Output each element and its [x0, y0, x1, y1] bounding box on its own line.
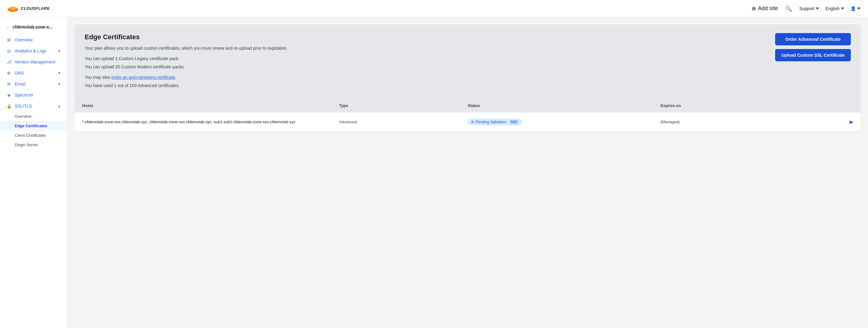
chevron-down-icon: ▼: [58, 82, 61, 86]
col-type: Type: [339, 103, 468, 108]
chevron-up-icon: ▲: [58, 104, 61, 108]
table-header: Hosts Type Status Expires on: [75, 99, 861, 112]
edge-certificates-wrapper: Edge Certificates Your plan allows you t…: [75, 25, 861, 131]
cell-type: Advanced: [339, 120, 468, 124]
sidebar-item-client-certificates[interactable]: Client Certificates: [0, 130, 67, 140]
table-row[interactable]: *.cfdemolab-zone-xxx.cfdemolab.xyz, cfde…: [75, 112, 861, 131]
logo-text: CLOUDFLARE: [21, 6, 50, 11]
certificates-table: Hosts Type Status Expires on *.cfdemolab…: [75, 99, 861, 131]
svg-point-2: [8, 9, 12, 11]
sidebar-back-button[interactable]: ← cfdemolab-zone-x...: [0, 22, 67, 34]
sidebar-item-analytics-logs[interactable]: ◎ Analytics & Logs ▼: [0, 46, 67, 56]
sidebar-item-ssl-tls[interactable]: 🔒 SSL/TLS ▲: [0, 100, 67, 112]
user-menu[interactable]: 👤: [850, 6, 861, 11]
col-status: Status: [468, 103, 660, 108]
svg-point-3: [13, 9, 18, 11]
dns-icon: ⊕: [6, 70, 12, 76]
edge-certificates-card: Edge Certificates Your plan allows you t…: [75, 25, 861, 99]
edge-cert-actions: Order Advanced Certificate Upload Custom…: [775, 33, 851, 61]
col-expires: Expires on: [660, 103, 853, 108]
status-dot-icon: [471, 121, 474, 123]
chevron-down-icon: ▼: [58, 71, 61, 75]
row-chevron-right-icon[interactable]: ▶: [849, 119, 853, 125]
edge-cert-description: Your plan allows you to upload custom ce…: [85, 45, 768, 89]
search-icon[interactable]: 🔍: [784, 4, 793, 13]
main-content: Edge Certificates Your plan allows you t…: [67, 17, 868, 328]
order-advanced-cert-button[interactable]: Order Advanced Certificate: [775, 33, 851, 46]
add-site-button[interactable]: ⊕ Add site: [751, 5, 778, 12]
status-tag: TXT: [509, 120, 519, 124]
sidebar: ← cfdemolab-zone-x... ⊞ Overview ◎ Analy…: [0, 17, 67, 328]
language-dropdown[interactable]: English: [826, 6, 844, 11]
email-icon: ✉: [6, 81, 12, 87]
sidebar-item-edge-certificates[interactable]: Edge Certificates: [0, 121, 67, 130]
sidebar-item-email[interactable]: ✉ Email ▼: [0, 79, 67, 90]
sidebar-item-spectrum[interactable]: ◈ Spectrum: [0, 90, 67, 100]
edge-cert-title: Edge Certificates: [85, 33, 768, 41]
grid-icon: ⊞: [6, 37, 12, 42]
cell-hosts: *.cfdemolab-zone-xxx.cfdemolab.xyz, cfde…: [82, 119, 339, 125]
edge-cert-info: Edge Certificates Your plan allows you t…: [85, 33, 768, 90]
sidebar-item-version-management[interactable]: ⎇ Version Management: [0, 56, 67, 67]
chart-icon: ◎: [6, 48, 12, 54]
support-dropdown[interactable]: Support: [799, 6, 819, 11]
topnav: CLOUDFLARE ⊕ Add site 🔍 Support English …: [0, 0, 868, 17]
cell-expires: (Managed) ▶: [660, 119, 853, 125]
sidebar-item-ssl-overview[interactable]: Overview: [0, 112, 67, 121]
lock-icon: 🔒: [6, 103, 12, 109]
sidebar-item-dns[interactable]: ⊕ DNS ▼: [0, 67, 67, 79]
layout: ← cfdemolab-zone-x... ⊞ Overview ◎ Analy…: [0, 17, 868, 328]
spectrum-icon: ◈: [6, 92, 12, 98]
status-badge: Pending Validation TXT: [468, 119, 522, 125]
upload-custom-ssl-button[interactable]: Upload Custom SSL Certificate: [775, 49, 851, 61]
logo[interactable]: CLOUDFLARE: [7, 5, 50, 12]
col-hosts: Hosts: [82, 103, 339, 108]
git-branch-icon: ⎇: [6, 59, 12, 65]
auto-renewing-cert-link[interactable]: order an auto-renewing certificate: [111, 75, 175, 80]
sidebar-item-overview[interactable]: ⊞ Overview: [0, 34, 67, 46]
sidebar-item-origin-server[interactable]: Origin Server: [0, 140, 67, 150]
chevron-down-icon: ▼: [58, 49, 61, 53]
cell-status: Pending Validation TXT: [468, 119, 660, 125]
